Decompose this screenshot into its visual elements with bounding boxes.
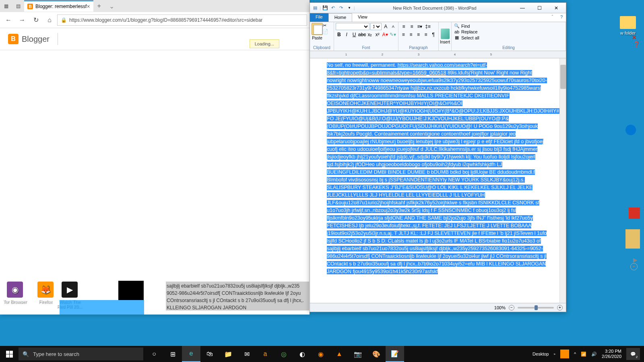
taskbar-store[interactable]: 🛍 bbox=[200, 346, 219, 362]
undo-icon[interactable]: ↶ bbox=[330, 4, 337, 12]
photo-thumbnail[interactable] bbox=[625, 229, 640, 249]
align-left-icon[interactable]: ≡ bbox=[400, 31, 407, 38]
justify-icon[interactable]: ≡ bbox=[423, 31, 429, 38]
redo-icon[interactable]: ↷ bbox=[338, 4, 345, 12]
taskbar-tripadvisor[interactable]: ◎ bbox=[275, 346, 293, 362]
zoom-out-button[interactable]: − bbox=[509, 305, 514, 311]
replace-button[interactable]: abReplace bbox=[454, 29, 563, 35]
taskbar-camera[interactable]: 📷 bbox=[349, 346, 367, 362]
replace-icon: ab bbox=[454, 29, 460, 34]
forward-button[interactable]: → bbox=[16, 14, 28, 26]
zoom-in-button[interactable]: + bbox=[557, 305, 563, 311]
close-icon[interactable]: ✕ bbox=[632, 34, 637, 41]
taskbar-explorer[interactable]: 📁 bbox=[219, 346, 237, 362]
increase-indent-icon[interactable]: ≡ bbox=[408, 23, 415, 30]
grow-font-icon[interactable]: A bbox=[382, 23, 389, 30]
app-menu-icon[interactable]: ▤ bbox=[312, 4, 319, 12]
wordpad-titlebar[interactable]: ▤ | 💾 ↶ ↷ ▼ | New Rich Text Document (39… bbox=[310, 3, 566, 13]
tab-aside-icon[interactable]: ▤ bbox=[12, 3, 24, 9]
tray-overflow-icon[interactable]: ^ bbox=[574, 352, 576, 356]
bold-button[interactable]: B bbox=[336, 31, 343, 38]
taskbar-vlc[interactable]: ▲ bbox=[330, 346, 349, 362]
ribbon-collapse-icon[interactable]: ⌃ bbox=[548, 13, 557, 22]
cut-icon[interactable]: ✂ bbox=[323, 23, 328, 28]
highlight-button[interactable]: ✎▾ bbox=[389, 31, 396, 38]
italic-button[interactable]: I bbox=[343, 31, 350, 38]
tab-file[interactable]: File bbox=[310, 13, 328, 22]
tab-chevron-icon[interactable]: ⌄ bbox=[105, 2, 118, 10]
maximize-button[interactable]: ☐ bbox=[531, 4, 547, 12]
taskbar-search[interactable]: 🔍 Type here to search bbox=[19, 348, 143, 360]
back-button[interactable]: ← bbox=[2, 14, 14, 26]
home-button[interactable]: ⌂ bbox=[43, 14, 56, 26]
superscript-button[interactable]: x² bbox=[374, 31, 381, 38]
font-name-select[interactable] bbox=[336, 23, 369, 30]
select-all-button[interactable]: ▦Select all bbox=[454, 35, 563, 41]
close-tab-icon[interactable]: × bbox=[87, 3, 90, 10]
document-area[interactable]: No self, no freewill, permanent. https:/… bbox=[310, 58, 566, 303]
network-icon[interactable]: 📶 bbox=[581, 352, 586, 357]
align-right-icon[interactable]: ≡ bbox=[415, 31, 422, 38]
list-icon[interactable]: ≡▾ bbox=[416, 23, 423, 30]
save-icon[interactable]: 💾 bbox=[322, 4, 329, 12]
tab-home[interactable]: Home bbox=[328, 13, 352, 22]
desktop-icon-tor[interactable]: ◉ Tor Browser bbox=[1, 282, 29, 304]
tab-group-icon[interactable]: ▦ bbox=[0, 3, 12, 9]
vertical-scrollbar[interactable] bbox=[559, 58, 566, 303]
tray-chevron-icon[interactable]: » bbox=[553, 352, 555, 356]
refresh-button[interactable]: ↻ bbox=[30, 14, 42, 26]
line-spacing-icon[interactable]: ‡≡ bbox=[424, 23, 431, 30]
red-thumbnail[interactable] bbox=[629, 208, 640, 219]
url-field[interactable]: 🔒 https://www.blogger.com/u/1/blogger.g?… bbox=[57, 14, 307, 26]
tray-app-icon[interactable] bbox=[560, 350, 569, 358]
shrink-font-icon[interactable]: A bbox=[390, 23, 396, 30]
taskbar-amazon[interactable]: a bbox=[256, 346, 275, 362]
arrow-right-icon[interactable]: ▶ bbox=[633, 257, 638, 263]
help-icon[interactable]: ❓ bbox=[633, 41, 640, 47]
task-view-icon[interactable]: ⊞ bbox=[163, 346, 182, 362]
thumbnail-black bbox=[118, 281, 144, 300]
desktop-toolbar-label[interactable]: Desktop bbox=[533, 352, 549, 356]
avatar-icon[interactable] bbox=[625, 125, 636, 135]
taskbar-app2[interactable]: ◉ bbox=[312, 346, 330, 362]
taskbar-wordpad[interactable]: 📝 bbox=[386, 346, 404, 362]
close-button[interactable]: ✕ bbox=[548, 4, 564, 12]
document-text[interactable]: No self, no freewill, permanent. https:/… bbox=[310, 58, 566, 279]
taskbar-edge[interactable]: e bbox=[182, 346, 200, 362]
volume-icon[interactable]: 🔊 bbox=[591, 352, 597, 357]
strikethrough-button[interactable]: abc bbox=[358, 31, 365, 38]
desktop-icon-new-folder[interactable]: w folder bbox=[616, 16, 640, 35]
browser-tab-active[interactable]: B Blogger: rememberlessf × bbox=[24, 0, 93, 12]
ruler[interactable]: 1 2 3 4 5 bbox=[310, 51, 566, 58]
paste-button[interactable]: Paste bbox=[312, 23, 323, 43]
copy-icon[interactable]: 📄 bbox=[323, 29, 328, 34]
tab-view[interactable]: View bbox=[352, 13, 373, 22]
decrease-indent-icon[interactable]: ≡ bbox=[400, 23, 407, 30]
new-tab-button[interactable]: + bbox=[93, 2, 105, 10]
taskbar-app1[interactable]: ◐ bbox=[293, 346, 312, 362]
clock[interactable]: 3:20 PM 2/26/2020 bbox=[602, 349, 621, 359]
align-center-icon[interactable]: ≡ bbox=[408, 31, 415, 38]
minimize-button[interactable]: — bbox=[514, 4, 530, 12]
zoom-slider[interactable] bbox=[518, 307, 554, 309]
subscript-button[interactable]: x₂ bbox=[366, 31, 373, 38]
font-size-select[interactable]: 11 bbox=[370, 23, 382, 30]
paragraph-icon[interactable]: ¶ bbox=[430, 31, 437, 38]
help-icon[interactable]: ? bbox=[557, 13, 566, 22]
zoom-plus-icon[interactable]: + bbox=[630, 263, 638, 270]
scrollbar-thumb[interactable] bbox=[560, 65, 566, 89]
notification-center[interactable]: 💬2 bbox=[626, 348, 640, 360]
qat-dropdown-icon[interactable]: ▼ bbox=[346, 4, 353, 12]
underline-button[interactable]: U bbox=[351, 31, 358, 38]
cortana-icon[interactable]: ○ bbox=[145, 346, 163, 362]
taskbar-paint[interactable]: 🎨 bbox=[367, 346, 386, 362]
ribbon-group-insert[interactable]: Insert bbox=[439, 22, 452, 51]
blogger-logo[interactable]: B Blogger bbox=[8, 34, 50, 44]
text-color-button[interactable]: A▾ bbox=[382, 31, 388, 38]
taskbar-mail[interactable]: ✉ bbox=[237, 346, 256, 362]
background-text-window: sajlbjlj ebarbielf sb7uo21uo7832ou5j us8… bbox=[166, 282, 309, 311]
group-label: Font bbox=[336, 45, 396, 50]
icon-label: Tor Browser bbox=[1, 299, 29, 304]
start-button[interactable] bbox=[0, 346, 19, 362]
find-button[interactable]: 🔍Find bbox=[454, 23, 563, 29]
